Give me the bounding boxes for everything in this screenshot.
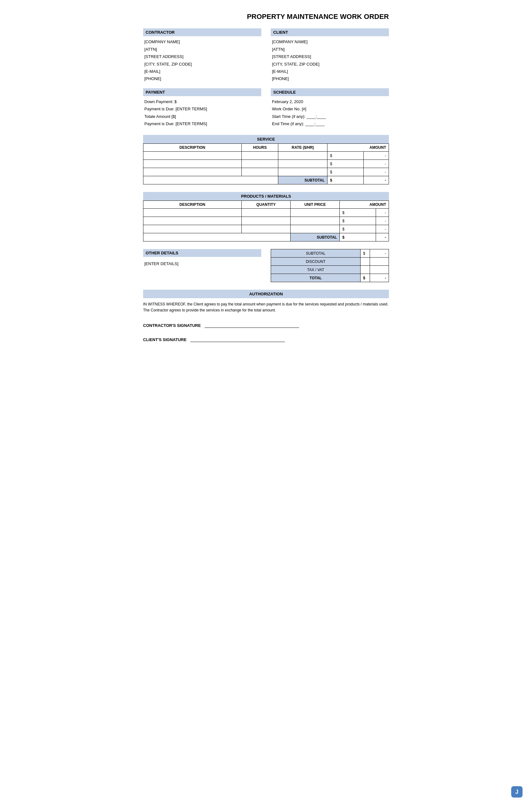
bottom-section: OTHER DETAILS [ENTER DETAILS] SUBTOTAL $…: [143, 249, 389, 282]
other-details-value: [ENTER DETAILS]: [144, 260, 260, 267]
summary-subtotal-row: SUBTOTAL $ -: [271, 249, 389, 258]
summary-discount-label: DISCOUNT: [271, 258, 361, 266]
service-row2-hours: [242, 160, 278, 168]
payment-down: Down Payment: $: [144, 98, 260, 105]
summary-total-label: TOTAL: [271, 274, 361, 282]
products-row3-unit: [290, 225, 340, 233]
service-row2-rate: [278, 160, 327, 168]
products-row1-unit: [290, 209, 340, 217]
payment-section: PAYMENT Down Payment: $ Payment is Due: …: [143, 88, 261, 128]
contractor-signature-line: CONTRACTOR'S SIGNATURE: [143, 323, 389, 328]
service-row1-amount: -: [363, 152, 388, 160]
client-city: [CITY, STATE, ZIP CODE]: [272, 60, 388, 68]
authorization-text: IN WITNESS WHEREOF, the Client agrees to…: [143, 301, 389, 313]
service-col-amount: AMOUNT: [327, 144, 389, 152]
summary-total-value: -: [370, 274, 389, 282]
products-col-qty: QUANTITY: [242, 201, 290, 209]
products-col-unit: UNIT PRICE: [290, 201, 340, 209]
summary-discount-row: DISCOUNT: [271, 258, 389, 266]
payment-header: PAYMENT: [143, 88, 261, 96]
authorization-section: AUTHORIZATION IN WITNESS WHEREOF, the Cl…: [143, 290, 389, 313]
products-col-desc: DESCRIPTION: [144, 201, 242, 209]
service-row1-desc: [144, 152, 242, 160]
schedule-work-order: Work Order No. [#]: [272, 105, 388, 113]
summary-discount-value: [370, 258, 389, 266]
other-details-section: OTHER DETAILS [ENTER DETAILS]: [143, 249, 261, 282]
schedule-start-time: Start Time (if any): ____:____: [272, 113, 388, 120]
schedule-section: SCHEDULE February 2, 2020 Work Order No.…: [271, 88, 389, 128]
products-row3-amount: -: [376, 225, 388, 233]
service-subtotal-empty: [144, 176, 278, 184]
service-subtotal-value: -: [363, 176, 388, 184]
contractor-sig-label: CONTRACTOR'S SIGNATURE: [143, 323, 201, 328]
service-subtotal-dollar: $: [327, 176, 364, 184]
service-row2-dollar: $: [327, 160, 364, 168]
contractor-email: [E-MAIL]: [144, 68, 260, 75]
payment-total: Totale Amount [$]: [144, 113, 260, 120]
contractor-section: CONTRACTOR [COMPANY NAME] [ATTN] [STREET…: [143, 29, 261, 82]
summary-tax-dollar: [361, 266, 370, 274]
service-row2-desc: [144, 160, 242, 168]
service-col-desc: DESCRIPTION: [144, 144, 242, 152]
contractor-phone: [PHONE]: [144, 75, 260, 82]
summary-total-row: TOTAL $ -: [271, 274, 389, 282]
products-row2-desc: [144, 217, 242, 225]
products-row2-dollar: $: [340, 217, 376, 225]
client-street: [STREET ADDRESS]: [272, 53, 388, 60]
products-row1-amount: -: [376, 209, 388, 217]
service-row1-dollar: $: [327, 152, 364, 160]
products-table: DESCRIPTION QUANTITY UNIT PRICE AMOUNT $…: [143, 201, 389, 242]
products-row-2: $ -: [144, 217, 389, 225]
products-subtotal-empty: [144, 233, 290, 242]
summary-table: SUBTOTAL $ - DISCOUNT TAX / VAT TOTAL $: [271, 249, 389, 282]
products-row3-desc: [144, 225, 242, 233]
service-row2-amount: -: [363, 160, 388, 168]
contractor-sig-underline: [205, 327, 299, 328]
summary-discount-dollar: [361, 258, 370, 266]
payment-terms1: Payment is Due: [ENTER TERMS]: [144, 105, 260, 113]
products-header: PRODUCTS / MATERIALS: [143, 192, 389, 201]
schedule-header: SCHEDULE: [271, 88, 389, 96]
summary-tax-value: [370, 266, 389, 274]
schedule-end-time: End Time (if any): ____:____: [272, 120, 388, 127]
products-row-3: $ -: [144, 225, 389, 233]
service-row3-dollar: $: [327, 168, 364, 176]
contractor-header: CONTRACTOR: [143, 29, 261, 36]
payment-terms2: Payment is Due: [ENTER TERMS]: [144, 120, 260, 127]
products-subtotal-dollar: $: [340, 233, 376, 242]
contractor-street: [STREET ADDRESS]: [144, 53, 260, 60]
summary-subtotal-label: SUBTOTAL: [271, 249, 361, 258]
products-subtotal-value: -: [376, 233, 388, 242]
products-row2-amount: -: [376, 217, 388, 225]
service-row-3: $ -: [144, 168, 389, 176]
other-details-header: OTHER DETAILS: [143, 249, 261, 257]
client-company: [COMPANY NAME]: [272, 38, 388, 45]
service-row1-hours: [242, 152, 278, 160]
products-row1-qty: [242, 209, 290, 217]
service-row3-desc: [144, 168, 242, 176]
summary-subtotal-value: -: [370, 249, 389, 258]
products-row2-qty: [242, 217, 290, 225]
products-subtotal-label: SUBTOTAL: [290, 233, 340, 242]
service-subtotal-row: SUBTOTAL $ -: [144, 176, 389, 184]
schedule-date: February 2, 2020: [272, 98, 388, 105]
summary-total-dollar: $: [361, 274, 370, 282]
contractor-city: [CITY, STATE, ZIP CODE]: [144, 60, 260, 68]
authorization-header: AUTHORIZATION: [143, 290, 389, 298]
service-col-rate: RATE ($/HR): [278, 144, 327, 152]
service-row-1: $ -: [144, 152, 389, 160]
client-signature-line: CLIENT'S SIGNATURE: [143, 337, 389, 342]
products-row1-desc: [144, 209, 242, 217]
service-row3-amount: -: [363, 168, 388, 176]
client-sig-label: CLIENT'S SIGNATURE: [143, 337, 187, 342]
service-subtotal-label: SUBTOTAL: [278, 176, 327, 184]
client-header: CLIENT: [271, 29, 389, 36]
client-phone: [PHONE]: [272, 75, 388, 82]
products-col-amount: AMOUNT: [340, 201, 389, 209]
service-row-2: $ -: [144, 160, 389, 168]
summary-section: SUBTOTAL $ - DISCOUNT TAX / VAT TOTAL $: [271, 249, 389, 282]
summary-tax-label: TAX / VAT: [271, 266, 361, 274]
products-row3-dollar: $: [340, 225, 376, 233]
products-row3-qty: [242, 225, 290, 233]
products-row2-unit: [290, 217, 340, 225]
